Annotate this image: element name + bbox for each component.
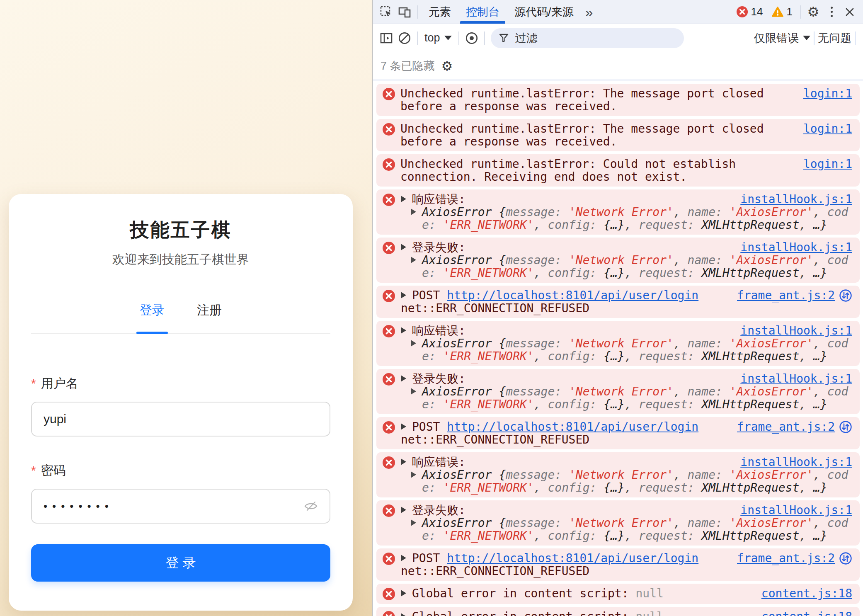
console-message-text: Unchecked runtime.lastError: The message…: [400, 87, 764, 113]
request-url-link[interactable]: http://localhost:8101/api/user/login: [447, 420, 698, 434]
disclosure-triangle-icon[interactable]: [401, 458, 406, 465]
axios-error-preview[interactable]: AxiosError {message: 'Network Error', na…: [422, 254, 853, 279]
disclosure-triangle-icon[interactable]: [401, 590, 406, 597]
devtools-tabbar: 元素 控制台 源代码/来源 » 14 1 ⚙: [373, 0, 863, 24]
log-level-selector[interactable]: 仅限错误: [754, 31, 810, 46]
source-link[interactable]: login:1: [803, 158, 852, 170]
disclosure-triangle-icon[interactable]: [401, 292, 406, 298]
disclosure-triangle-icon[interactable]: [401, 423, 406, 430]
tab-login[interactable]: 登录: [138, 302, 166, 333]
hidden-messages-bar: 7 条已隐藏 ⚙: [373, 52, 863, 80]
funnel-icon: [498, 32, 509, 44]
request-initiator-icon[interactable]: [839, 420, 852, 434]
console-message-text: 登录失败:: [412, 504, 465, 517]
devtools-panel: 元素 控制台 源代码/来源 » 14 1 ⚙: [372, 0, 863, 616]
source-link[interactable]: login:1: [803, 122, 852, 135]
console-message-text: Unchecked runtime.lastError: Could not e…: [400, 157, 736, 184]
source-link[interactable]: login:1: [803, 87, 852, 100]
disclosure-triangle-icon[interactable]: [401, 555, 406, 561]
kebab-menu-icon[interactable]: [822, 3, 841, 21]
error-icon: [382, 456, 395, 469]
disclosure-triangle-icon[interactable]: [401, 196, 406, 202]
login-submit-button[interactable]: 登 录: [31, 544, 330, 582]
filter-input[interactable]: 过滤: [491, 28, 684, 48]
no-issues-button[interactable]: 无问题: [818, 31, 851, 46]
source-link[interactable]: frame_ant.js:2: [737, 289, 835, 302]
source-link[interactable]: installHook.js:1: [740, 241, 852, 254]
source-link[interactable]: frame_ant.js:2: [737, 420, 835, 433]
console-message: installHook.js:1登录失败:AxiosError {message…: [376, 369, 860, 414]
context-selector[interactable]: top: [421, 32, 455, 44]
disclosure-triangle-icon[interactable]: [401, 327, 406, 334]
disclosure-triangle-icon[interactable]: [411, 388, 416, 395]
axios-error-preview[interactable]: AxiosError {message: 'Network Error', na…: [422, 206, 853, 231]
live-expression-eye-icon[interactable]: [463, 29, 481, 47]
axios-error-preview[interactable]: AxiosError {message: 'Network Error', na…: [422, 337, 853, 363]
source-link[interactable]: installHook.js:1: [740, 504, 852, 517]
login-card: 技能五子棋 欢迎来到技能五子棋世界 登录 注册 * 用户名 * 密码: [9, 194, 353, 611]
axios-error-preview[interactable]: AxiosError {message: 'Network Error', na…: [422, 385, 853, 411]
axios-error-preview[interactable]: AxiosError {message: 'Network Error', na…: [422, 517, 853, 542]
hidden-settings-gear-icon[interactable]: ⚙: [441, 60, 453, 73]
request-url-link[interactable]: http://localhost:8101/api/user/login: [447, 289, 698, 302]
source-link[interactable]: installHook.js:1: [740, 456, 852, 468]
error-icon: [382, 289, 395, 303]
console-message: installHook.js:1登录失败:AxiosError {message…: [376, 500, 860, 546]
username-input[interactable]: [43, 412, 319, 427]
request-url-link[interactable]: http://localhost:8101/api/user/login: [447, 551, 698, 565]
disclosure-triangle-icon[interactable]: [411, 209, 416, 215]
inspect-element-icon[interactable]: [377, 3, 395, 21]
error-icon: [382, 241, 395, 255]
tab-elements[interactable]: 元素: [421, 0, 458, 24]
error-icon: [382, 158, 395, 171]
console-message: frame_ant.js:2POST http://localhost:8101…: [376, 548, 860, 581]
axios-error-preview[interactable]: AxiosError {message: 'Network Error', na…: [422, 468, 853, 494]
console-message-text: 响应错误:: [412, 324, 465, 337]
error-count-badge[interactable]: 14: [736, 5, 763, 18]
page-subtitle: 欢迎来到技能五子棋世界: [31, 251, 330, 267]
clear-console-icon[interactable]: [395, 29, 414, 47]
network-error-detail: net::ERR_CONNECTION_REFUSED: [401, 433, 853, 446]
login-page-background: 技能五子棋 欢迎来到技能五子棋世界 登录 注册 * 用户名 * 密码: [0, 0, 372, 616]
error-icon: [382, 123, 395, 136]
tab-sources[interactable]: 源代码/来源: [507, 0, 581, 24]
device-toolbar-icon[interactable]: [395, 3, 414, 21]
disclosure-triangle-icon[interactable]: [411, 471, 416, 478]
settings-gear-icon[interactable]: ⚙: [804, 3, 822, 21]
console-toolbar: top 过滤 仅限错误 无问题: [373, 24, 863, 52]
warning-count-badge[interactable]: 1: [771, 5, 793, 18]
password-input[interactable]: [43, 500, 303, 513]
disclosure-triangle-icon[interactable]: [411, 519, 416, 526]
tab-register[interactable]: 注册: [195, 302, 223, 333]
source-link[interactable]: installHook.js:1: [740, 193, 852, 206]
source-link[interactable]: installHook.js:1: [740, 324, 852, 337]
source-link[interactable]: content.js:18: [761, 587, 852, 600]
console-message-text: 登录失败:: [412, 241, 465, 254]
source-link[interactable]: installHook.js:1: [740, 372, 852, 385]
console-sidebar-icon[interactable]: [377, 29, 395, 47]
error-icon: [382, 87, 395, 101]
console-message-list[interactable]: login:1Unchecked runtime.lastError: The …: [373, 80, 863, 616]
source-link[interactable]: frame_ant.js:2: [737, 552, 835, 565]
source-link[interactable]: content.js:18: [761, 610, 852, 616]
tab-console[interactable]: 控制台: [458, 0, 507, 24]
password-label: * 密码: [31, 462, 330, 479]
request-initiator-icon[interactable]: [839, 552, 852, 565]
console-message-text: 响应错误:: [412, 193, 465, 206]
eye-invisible-icon[interactable]: [303, 498, 319, 514]
console-message-text: Global error in content script: null: [412, 587, 664, 600]
disclosure-triangle-icon[interactable]: [411, 340, 416, 347]
console-message-text: POST http://localhost:8101/api/user/logi…: [412, 289, 698, 302]
more-tabs-icon[interactable]: »: [581, 5, 597, 19]
disclosure-triangle-icon[interactable]: [401, 244, 406, 250]
separator: [484, 32, 485, 45]
disclosure-triangle-icon[interactable]: [401, 613, 406, 616]
error-icon: [382, 552, 395, 565]
request-initiator-icon[interactable]: [839, 289, 852, 302]
close-icon[interactable]: [841, 3, 859, 21]
console-message: content.js:18Global error in content scr…: [376, 584, 860, 604]
disclosure-triangle-icon[interactable]: [401, 375, 406, 382]
console-message: installHook.js:1响应错误:AxiosError {message…: [376, 321, 860, 366]
disclosure-triangle-icon[interactable]: [411, 257, 416, 263]
disclosure-triangle-icon[interactable]: [401, 507, 406, 513]
